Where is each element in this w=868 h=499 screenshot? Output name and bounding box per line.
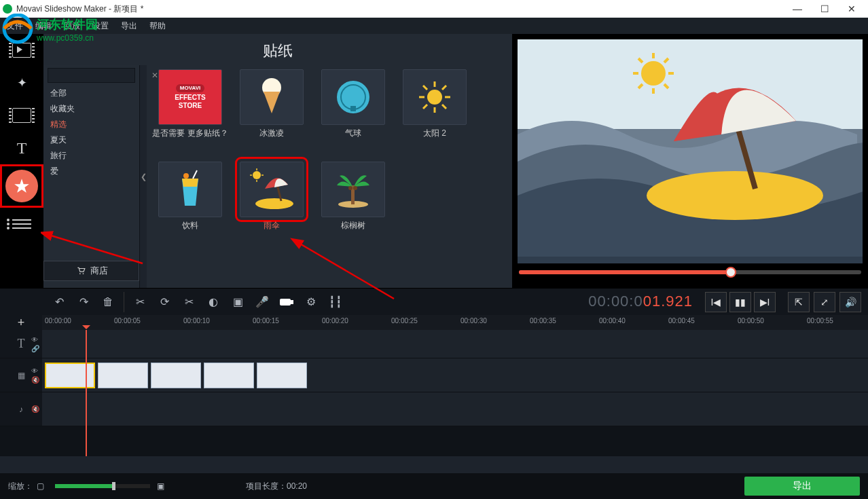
menu-help[interactable]: 帮助	[149, 20, 166, 32]
card-balloon[interactable]: 气球	[315, 69, 391, 149]
audio-track[interactable]: ♪🔇	[0, 392, 868, 426]
media-tab[interactable]	[0, 34, 43, 67]
category-list: 全部 收藏夹 精选 夏天 旅行 爱	[43, 86, 139, 179]
preview-canvas[interactable]	[518, 39, 863, 263]
next-frame-button[interactable]: ▶I	[754, 292, 776, 312]
clip-properties-button[interactable]	[275, 292, 298, 312]
icecream-icon	[258, 77, 285, 117]
video-track-icon: ▦	[18, 371, 25, 380]
menu-file[interactable]: 文件	[7, 20, 23, 32]
cat-favorites[interactable]: 收藏夹	[43, 101, 139, 117]
card-drink[interactable]: 饮料	[152, 162, 228, 242]
svg-rect-11	[350, 106, 356, 111]
sticker-grid: MOVAVIEFFECTSSTORE 是否需要 更多贴纸？ 冰激凌 气球 太阳 …	[147, 65, 512, 288]
visibility-icon[interactable]: 👁	[31, 367, 39, 375]
store-button[interactable]: 商店	[43, 261, 139, 281]
preview-scrubber[interactable]	[519, 270, 861, 274]
card-sun2[interactable]: 太阳 2	[397, 69, 473, 149]
prev-frame-button[interactable]: I◀	[705, 292, 727, 312]
menu-playback[interactable]: 回放	[64, 20, 80, 32]
clear-search-icon[interactable]: ✕	[147, 71, 162, 80]
menu-export[interactable]: 导出	[121, 20, 137, 32]
cat-all[interactable]: 全部	[43, 86, 139, 101]
svg-marker-8	[264, 92, 280, 113]
titles-tab[interactable]: T	[0, 132, 43, 164]
maximize-button[interactable]: ☐	[811, 3, 838, 14]
card-umbrella[interactable]: 雨伞	[234, 162, 310, 242]
timeline-tracks: T👁🔗 ▦👁🔇 ♪🔇	[0, 330, 868, 456]
cart-icon	[75, 266, 86, 276]
mute-icon[interactable]: 🔇	[31, 376, 39, 384]
minimize-button[interactable]: —	[784, 3, 811, 14]
toolbar-row: ↶ ↷ 🗑 ✂ ⟳ ✂ ◐ ▣ 🎤 ⚙ ┇┇ 00:00:001.921 I◀ …	[0, 288, 868, 315]
search-input[interactable]	[54, 71, 147, 79]
visibility-icon[interactable]: 👁	[31, 336, 39, 344]
record-audio-button[interactable]: 🎤	[251, 292, 274, 312]
title-track[interactable]: T👁🔗	[0, 330, 868, 358]
volume-button[interactable]: 🔊	[839, 292, 861, 312]
scrubber-knob[interactable]	[725, 267, 736, 278]
zoom-label: 缩放：	[8, 481, 33, 492]
crop-button[interactable]: ✂	[177, 292, 200, 312]
svg-point-46	[647, 171, 823, 220]
cut-button[interactable]: ✂	[128, 292, 151, 312]
svg-point-6	[82, 273, 84, 274]
timeline-ruler[interactable]: + 00:00:00 00:00:05 00:00:10 00:00:15 00…	[0, 315, 868, 330]
search-box[interactable]: ✕	[48, 68, 135, 83]
detach-preview-button[interactable]: ⇱	[788, 292, 810, 312]
svg-point-5	[79, 273, 80, 274]
clip-2[interactable]	[98, 363, 148, 388]
timecode: 00:00:001.921	[588, 293, 693, 311]
cat-featured[interactable]: 精选	[43, 117, 139, 132]
undo-button[interactable]: ↶	[48, 292, 71, 312]
zoom-slider[interactable]	[55, 484, 150, 488]
menu-edit[interactable]: 编辑	[35, 20, 52, 32]
filters-tab[interactable]	[0, 67, 43, 99]
cat-summer[interactable]: 夏天	[43, 132, 139, 148]
wand-icon	[17, 75, 27, 90]
footer-bar: 缩放： ▢ ▣ 项目长度： 00:20 导出	[0, 473, 868, 499]
export-button[interactable]: 导出	[744, 477, 860, 496]
more-tab[interactable]	[0, 208, 43, 240]
video-track[interactable]: ▦👁🔇	[0, 358, 868, 392]
svg-point-30	[255, 198, 293, 209]
transition-wizard-button[interactable]: ▣	[226, 292, 249, 312]
project-length-value: 00:20	[287, 481, 307, 491]
panel-splitter[interactable]: ❮	[140, 65, 147, 288]
redo-button[interactable]: ↷	[72, 292, 95, 312]
color-button[interactable]: ◐	[202, 292, 225, 312]
card-icecream[interactable]: 冰激凌	[234, 69, 310, 149]
mute-icon[interactable]: 🔇	[31, 405, 39, 413]
card-store[interactable]: MOVAVIEFFECTSSTORE 是否需要 更多贴纸？	[152, 69, 228, 149]
stickers-tab[interactable]	[0, 164, 43, 208]
clip-5[interactable]	[257, 363, 307, 388]
project-length-label: 项目长度：	[246, 481, 287, 492]
cat-travel[interactable]: 旅行	[43, 148, 139, 164]
rotate-button[interactable]: ⟳	[153, 292, 176, 312]
clip-3[interactable]	[151, 363, 201, 388]
add-track-button[interactable]: +	[0, 315, 42, 330]
pause-button[interactable]: ▮▮	[729, 292, 751, 312]
svg-line-18	[442, 105, 446, 109]
fullscreen-button[interactable]: ⤢	[814, 292, 835, 312]
svg-point-35	[353, 186, 357, 190]
drink-icon	[175, 169, 205, 210]
zoom-in-icon[interactable]: ▣	[157, 481, 164, 491]
equalizer-button[interactable]: ┇┇	[324, 292, 347, 312]
clip-1[interactable]	[45, 363, 95, 388]
menu-settings[interactable]: 设置	[92, 20, 109, 32]
link-icon[interactable]: 🔗	[31, 345, 39, 352]
playhead[interactable]	[86, 330, 87, 456]
balloon-icon	[335, 79, 372, 115]
close-button[interactable]: ✕	[838, 3, 865, 14]
sticker-icon	[5, 170, 38, 202]
card-palm[interactable]: 棕榈树	[315, 162, 391, 242]
settings-button[interactable]: ⚙	[300, 292, 323, 312]
zoom-out-icon[interactable]: ▢	[37, 481, 44, 491]
clip-4[interactable]	[204, 363, 254, 388]
svg-point-25	[253, 171, 261, 179]
transitions-tab[interactable]	[0, 99, 43, 132]
svg-marker-22	[182, 179, 198, 187]
delete-button[interactable]: 🗑	[96, 292, 120, 312]
cat-love[interactable]: 爱	[43, 164, 139, 179]
